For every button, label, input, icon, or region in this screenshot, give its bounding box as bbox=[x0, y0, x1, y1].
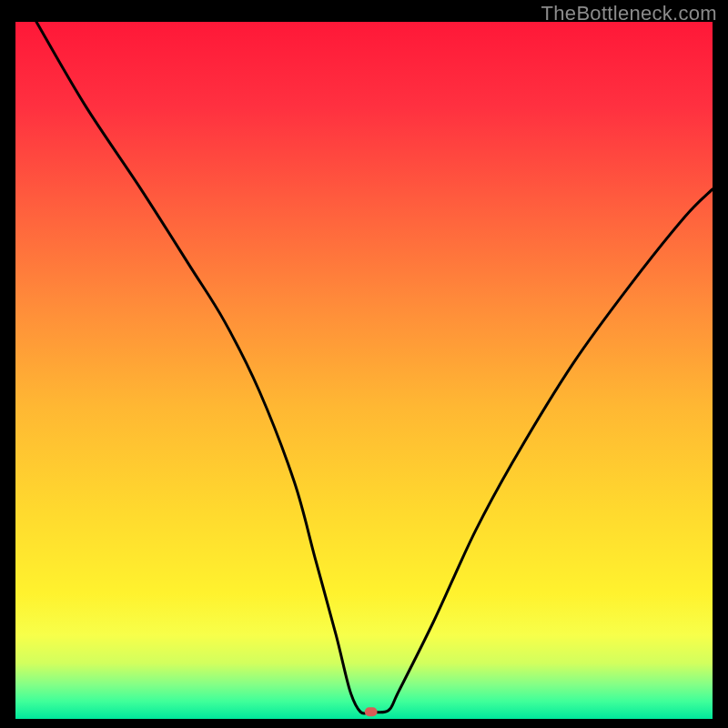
chart-frame bbox=[15, 22, 713, 719]
optimal-point-marker bbox=[365, 707, 378, 716]
bottleneck-chart bbox=[15, 22, 713, 719]
gradient-background bbox=[15, 22, 713, 719]
